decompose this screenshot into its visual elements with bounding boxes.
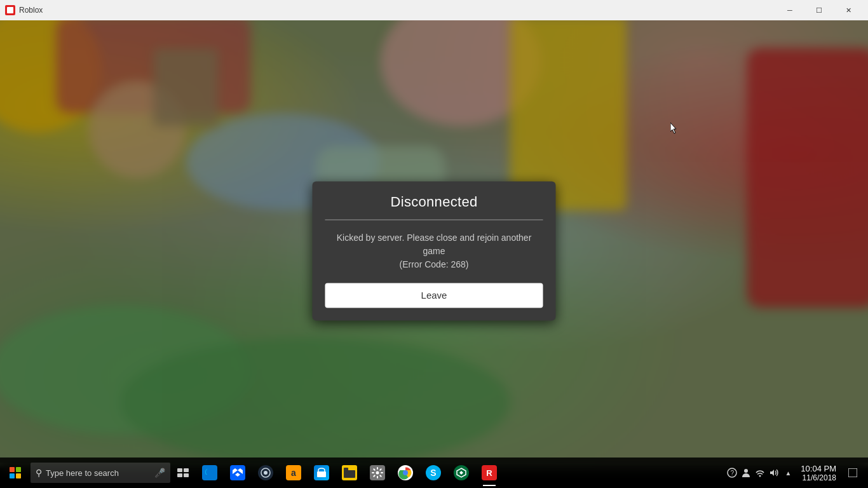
message-line3: (Error Code: 268) <box>400 259 469 269</box>
svg-rect-1 <box>177 468 182 472</box>
clock-time: 10:04 PM <box>801 464 836 473</box>
roblox-icon: R <box>482 465 497 480</box>
dropbox-icon <box>230 465 245 480</box>
close-button[interactable]: ✕ <box>834 0 863 20</box>
svg-point-17 <box>759 475 761 477</box>
svg-point-16 <box>744 469 748 473</box>
taskbar-app-skype[interactable]: S <box>419 458 447 488</box>
taskbar-app-chrome[interactable] <box>391 458 419 488</box>
search-bar[interactable]: ⚲ Type here to search 🎤 <box>31 463 170 483</box>
taskbar-app-dropbox[interactable] <box>224 458 252 488</box>
edge-icon <box>202 465 217 480</box>
skype-icon: S <box>426 465 441 480</box>
amazon-icon: a <box>286 465 301 480</box>
microphone-icon: 🎤 <box>154 468 165 478</box>
steam-icon <box>258 465 273 480</box>
svg-text:?: ? <box>731 470 735 477</box>
taskbar-right: ? <box>721 458 868 488</box>
taskbar-app-explorer[interactable] <box>336 458 363 488</box>
tray-people-icon[interactable] <box>740 458 752 488</box>
window-title: Roblox <box>19 6 43 15</box>
start-button[interactable] <box>0 458 31 488</box>
maximize-button[interactable]: ☐ <box>804 0 834 20</box>
tray-help-icon[interactable]: ? <box>726 458 738 488</box>
task-view-button[interactable] <box>170 458 196 488</box>
taskbar: ⚲ Type here to search 🎤 <box>0 458 868 488</box>
windows-icon <box>10 467 21 478</box>
taskbar-app-kaspersky[interactable] <box>447 458 475 488</box>
dialog-title: Disconnected <box>325 194 543 210</box>
svg-point-13 <box>403 470 408 475</box>
message-line1: Kicked by server. Please close and rejoi… <box>337 233 532 243</box>
search-placeholder: Type here to search <box>46 468 154 478</box>
taskbar-app-amazon[interactable]: a <box>280 458 308 488</box>
system-tray: ? <box>726 458 794 488</box>
settings-icon <box>370 465 385 480</box>
svg-rect-2 <box>184 468 189 472</box>
svg-rect-3 <box>177 473 182 477</box>
window-controls: ─ ☐ ✕ <box>775 0 863 20</box>
system-clock[interactable]: 10:04 PM 11/6/2018 <box>797 458 840 488</box>
store-icon <box>314 465 329 480</box>
clock-date: 11/6/2018 <box>803 473 836 482</box>
taskbar-app-edge[interactable] <box>196 458 224 488</box>
kaspersky-icon <box>454 465 469 480</box>
dialog-message: Kicked by server. Please close and rejoi… <box>325 231 543 271</box>
titlebar-left: Roblox <box>5 5 43 15</box>
notification-button[interactable] <box>843 458 863 488</box>
svg-rect-0 <box>7 7 13 13</box>
svg-rect-7 <box>317 471 326 477</box>
svg-rect-4 <box>184 473 189 477</box>
dialog-divider <box>325 219 543 220</box>
svg-rect-8 <box>344 470 355 478</box>
taskbar-apps: a <box>196 458 721 488</box>
svg-point-10 <box>376 471 379 475</box>
taskbar-app-store[interactable] <box>308 458 336 488</box>
explorer-icon <box>342 465 357 480</box>
taskbar-app-settings[interactable] <box>363 458 391 488</box>
disconnected-dialog: Disconnected Kicked by server. Please cl… <box>313 181 556 320</box>
svg-rect-18 <box>848 468 857 477</box>
message-line2: game <box>423 246 445 256</box>
svg-rect-9 <box>344 468 348 471</box>
search-icon: ⚲ <box>36 468 42 478</box>
chrome-icon <box>398 465 413 480</box>
taskbar-app-steam[interactable] <box>252 458 280 488</box>
tray-expand-icon[interactable]: ▲ <box>782 458 794 488</box>
taskbar-app-roblox[interactable]: R <box>475 458 503 488</box>
titlebar: Roblox ─ ☐ ✕ <box>0 0 868 20</box>
tray-volume-icon[interactable] <box>768 458 780 488</box>
tray-network-icon[interactable] <box>754 458 766 488</box>
leave-button[interactable]: Leave <box>325 283 543 308</box>
minimize-button[interactable]: ─ <box>775 0 804 20</box>
svg-point-6 <box>264 471 268 475</box>
roblox-app-icon <box>5 5 15 15</box>
